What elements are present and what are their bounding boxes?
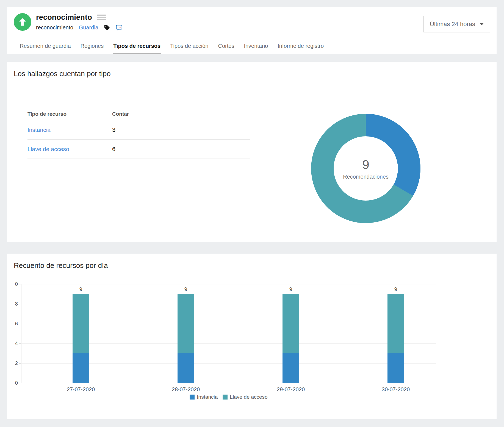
donut-chart: 9 Recomendaciones bbox=[311, 113, 421, 223]
bar-total-label: 9 bbox=[379, 286, 412, 292]
resource-type-link[interactable]: Instancia bbox=[27, 127, 112, 133]
y-axis-tick-label: 0 bbox=[7, 281, 18, 287]
gridline bbox=[21, 284, 436, 284]
bar-segment-instancia bbox=[283, 353, 299, 383]
tab-tipos-de-recursos[interactable]: Tipos de recursos bbox=[113, 43, 161, 54]
bar-segment-llave-de-acceso bbox=[283, 294, 299, 353]
bar-total-label: 9 bbox=[274, 286, 307, 292]
x-axis-tick bbox=[291, 383, 291, 385]
bar-segment-instancia bbox=[73, 353, 89, 383]
bar-segment-llave-de-acceso bbox=[178, 294, 194, 353]
bar-segment-instancia bbox=[178, 353, 194, 383]
y-axis-tick bbox=[19, 383, 21, 383]
column-header-resource-type: Tipo de recurso bbox=[27, 111, 112, 117]
legend-label: Llave de acceso bbox=[230, 394, 267, 400]
tab-cortes[interactable]: Cortes bbox=[217, 43, 235, 54]
page: reconocimiento reconocimiento Guardia bbox=[0, 0, 504, 427]
y-axis-tick bbox=[19, 363, 21, 364]
findings-table: Tipo de recurso Contar Instancia3Llave d… bbox=[27, 108, 250, 159]
x-axis-date-label: 27-07-2020 bbox=[51, 386, 111, 393]
tab-inventario[interactable]: Inventario bbox=[243, 43, 268, 54]
bar-total-label: 9 bbox=[64, 286, 97, 292]
x-axis-date-label: 29-07-2020 bbox=[261, 386, 321, 393]
header-text-block: reconocimiento reconocimiento Guardia bbox=[36, 13, 123, 31]
tab-bar: Resumen de guardiaRegionesTipos de recur… bbox=[19, 43, 333, 54]
legend-label: Instancia bbox=[197, 394, 218, 400]
column-header-count: Contar bbox=[112, 111, 250, 117]
resource-count-value: 3 bbox=[112, 126, 250, 134]
bar-segment-llave-de-acceso bbox=[387, 294, 404, 353]
header-card: reconocimiento reconocimiento Guardia bbox=[7, 7, 497, 54]
legend-item-llave-de-acceso[interactable]: Llave de acceso bbox=[223, 394, 267, 400]
y-axis-tick-label: 8 bbox=[7, 301, 18, 307]
divider bbox=[7, 274, 497, 274]
y-axis-tick bbox=[19, 284, 21, 284]
findings-card: Los hallazgos cuentan por tipo Tipo de r… bbox=[7, 62, 497, 242]
bar-segment-instancia bbox=[387, 353, 404, 383]
y-axis-tick-label: 2 bbox=[7, 360, 18, 366]
tab-tipos-de-accion[interactable]: Tipos de acción bbox=[170, 43, 209, 54]
donut-total-value: 9 bbox=[333, 157, 399, 172]
bar-segment-llave-de-acceso bbox=[73, 294, 89, 353]
x-axis-tick bbox=[396, 383, 396, 385]
stacked-bar-chart: InstanciaLlave de acceso 086420927-07-20… bbox=[21, 284, 436, 383]
resource-count-value: 6 bbox=[112, 146, 250, 153]
x-axis-date-label: 28-07-2020 bbox=[156, 386, 216, 393]
guardia-link[interactable]: Guardia bbox=[79, 24, 98, 31]
y-axis-tick-label: 6 bbox=[7, 321, 18, 327]
x-axis-tick bbox=[186, 383, 186, 385]
table-row: Instancia3 bbox=[27, 120, 250, 140]
header-top: reconocimiento reconocimiento Guardia bbox=[14, 13, 490, 31]
findings-card-title: Los hallazgos cuentan por tipo bbox=[7, 70, 497, 78]
y-axis-tick-label: 4 bbox=[7, 340, 18, 346]
time-range-value: Últimas 24 horas bbox=[430, 21, 475, 28]
bar-total-label: 9 bbox=[169, 286, 202, 292]
table-row: Llave de acceso6 bbox=[27, 140, 250, 159]
chart-legend: InstanciaLlave de acceso bbox=[21, 394, 436, 400]
chevron-down-icon bbox=[480, 23, 484, 25]
tag-icon[interactable] bbox=[104, 24, 110, 31]
y-axis-tick bbox=[19, 304, 21, 304]
y-axis-tick-label: 0 bbox=[7, 380, 18, 386]
legend-item-instancia[interactable]: Instancia bbox=[190, 394, 218, 400]
page-title: reconocimiento bbox=[36, 13, 92, 22]
resource-type-link[interactable]: Llave de acceso bbox=[27, 146, 112, 152]
x-axis-tick bbox=[81, 383, 81, 385]
y-axis-tick bbox=[19, 324, 21, 324]
tab-informe-de-registro[interactable]: Informe de registro bbox=[277, 43, 324, 54]
divider bbox=[7, 82, 497, 82]
donut-center-text: 9 Recomendaciones bbox=[333, 157, 399, 180]
daily-card: Recuento de recursos por día InstanciaLl… bbox=[7, 254, 497, 419]
legend-swatch-icon bbox=[223, 395, 228, 400]
tab-regiones[interactable]: Regiones bbox=[80, 43, 104, 54]
arrow-up-icon bbox=[17, 17, 28, 27]
y-axis-tick bbox=[19, 343, 21, 344]
x-axis-date-label: 30-07-2020 bbox=[365, 386, 426, 393]
donut-total-label: Recomendaciones bbox=[333, 174, 399, 180]
time-range-dropdown[interactable]: Últimas 24 horas bbox=[423, 16, 490, 32]
comment-icon[interactable] bbox=[116, 24, 123, 31]
y-axis-line bbox=[21, 284, 21, 383]
daily-card-title: Recuento de recursos por día bbox=[7, 261, 497, 270]
legend-swatch-icon bbox=[190, 395, 195, 400]
hamburger-menu-icon[interactable] bbox=[97, 15, 106, 21]
x-axis-line bbox=[21, 383, 436, 383]
tab-resumen-de-guardia[interactable]: Resumen de guardia bbox=[19, 43, 71, 54]
up-arrow-avatar-icon bbox=[14, 13, 31, 31]
findings-table-header: Tipo de recurso Contar bbox=[27, 108, 250, 120]
subtitle-text: reconocimiento bbox=[36, 24, 73, 31]
